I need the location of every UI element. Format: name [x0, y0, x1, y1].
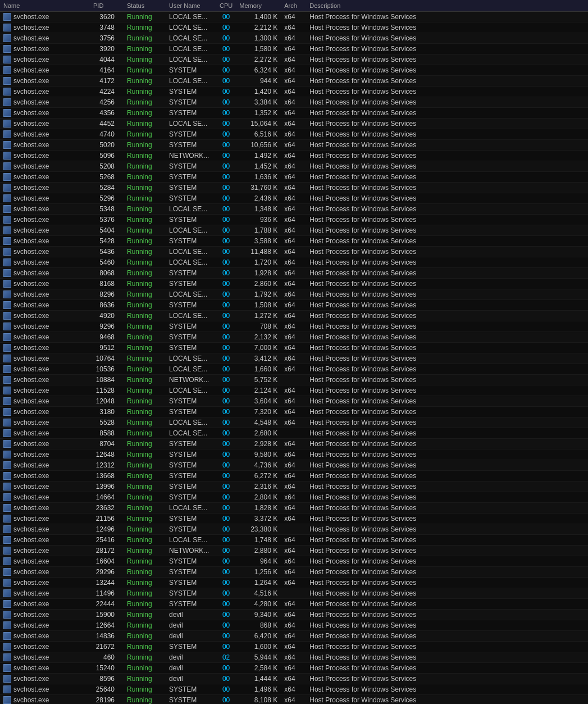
process-arch: x64: [281, 65, 306, 76]
process-cpu: 00: [216, 663, 236, 674]
process-arch: x64: [281, 54, 306, 65]
table-row[interactable]: svchost.exe25416RunningLOCAL SE...001,74…: [0, 535, 588, 546]
process-icon: [3, 248, 11, 256]
process-status: Running: [124, 119, 166, 129]
table-row[interactable]: svchost.exe16604RunningSYSTEM00964 Kx64H…: [0, 556, 588, 567]
col-header-description[interactable]: Description: [306, 0, 588, 12]
table-row[interactable]: svchost.exe5096RunningNETWORK...001,492 …: [0, 151, 588, 161]
process-name-cell: svchost.exe: [0, 54, 90, 65]
table-row[interactable]: svchost.exe14836Runningdevil006,420 Kx64…: [0, 631, 588, 642]
table-row[interactable]: svchost.exe4356RunningSYSTEM001,352 Kx64…: [0, 108, 588, 119]
table-row[interactable]: svchost.exe4224RunningSYSTEM001,420 Kx64…: [0, 87, 588, 97]
process-description: Host Process for Windows Services: [306, 87, 588, 97]
table-row[interactable]: svchost.exe5436RunningLOCAL SE...0011,48…: [0, 247, 588, 257]
process-arch: x64: [281, 449, 306, 460]
process-status: Running: [124, 396, 166, 407]
table-row[interactable]: svchost.exe5296RunningSYSTEM002,436 Kx64…: [0, 193, 588, 204]
table-row[interactable]: svchost.exe25640RunningSYSTEM001,496 Kx6…: [0, 684, 588, 695]
table-row[interactable]: svchost.exe3620RunningLOCAL SE...001,400…: [0, 12, 588, 22]
table-row[interactable]: svchost.exe5376RunningSYSTEM00936 Kx64Ho…: [0, 215, 588, 225]
process-description: Host Process for Windows Services: [306, 514, 588, 524]
process-cpu: 00: [216, 588, 236, 599]
table-row[interactable]: svchost.exe13996RunningSYSTEM002,316 Kx6…: [0, 482, 588, 492]
table-row[interactable]: svchost.exe8596Runningdevil001,444 Kx64H…: [0, 674, 588, 684]
table-row[interactable]: svchost.exe5268RunningSYSTEM001,636 Kx64…: [0, 172, 588, 183]
table-row[interactable]: svchost.exe8296RunningLOCAL SE...001,792…: [0, 289, 588, 300]
table-row[interactable]: svchost.exe5284RunningSYSTEM0031,760 Kx6…: [0, 183, 588, 193]
table-row[interactable]: svchost.exe10536RunningLOCAL SE...001,66…: [0, 364, 588, 375]
table-row[interactable]: svchost.exe4044RunningLOCAL SE...002,272…: [0, 54, 588, 65]
table-row[interactable]: svchost.exe12496RunningSYSTEM0023,380 KH…: [0, 524, 588, 535]
table-row[interactable]: svchost.exe4740RunningSYSTEM006,516 Kx64…: [0, 129, 588, 140]
table-row[interactable]: svchost.exe21672RunningSYSTEM001,600 Kx6…: [0, 642, 588, 652]
col-header-arch[interactable]: Arch: [281, 0, 306, 12]
process-arch: x64: [281, 407, 306, 417]
process-name-cell: svchost.exe: [0, 76, 90, 87]
process-status: Running: [124, 652, 166, 663]
table-row[interactable]: svchost.exe14664RunningSYSTEM002,804 Kx6…: [0, 492, 588, 503]
table-row[interactable]: svchost.exe11496RunningSYSTEM004,516 KHo…: [0, 588, 588, 599]
table-row[interactable]: svchost.exe9296RunningSYSTEM00708 Kx64Ho…: [0, 321, 588, 332]
process-memory: 4,280 K: [236, 599, 281, 610]
table-row[interactable]: svchost.exe23632RunningLOCAL SE...001,82…: [0, 503, 588, 514]
table-row[interactable]: svchost.exe10764RunningLOCAL SE...003,41…: [0, 353, 588, 364]
table-row[interactable]: svchost.exe5528RunningLOCAL SE...004,548…: [0, 417, 588, 428]
table-row[interactable]: svchost.exe8636RunningSYSTEM001,508 Kx64…: [0, 300, 588, 311]
table-row[interactable]: svchost.exe12048RunningSYSTEM003,604 Kx6…: [0, 396, 588, 407]
table-row[interactable]: svchost.exe5348RunningLOCAL SE...001,348…: [0, 204, 588, 215]
col-header-pid[interactable]: PID: [90, 0, 124, 12]
process-memory: 31,760 K: [236, 183, 281, 193]
table-row[interactable]: svchost.exe4256RunningSYSTEM003,384 Kx64…: [0, 97, 588, 108]
process-username: NETWORK...: [166, 375, 216, 385]
process-cpu: 00: [216, 556, 236, 567]
table-row[interactable]: svchost.exe13668RunningSYSTEM006,272 Kx6…: [0, 471, 588, 482]
table-row[interactable]: svchost.exe5208RunningSYSTEM001,452 Kx64…: [0, 161, 588, 172]
col-header-status[interactable]: Status: [124, 0, 166, 12]
table-row[interactable]: svchost.exe10884RunningNETWORK...005,752…: [0, 375, 588, 385]
table-row[interactable]: svchost.exe5428RunningSYSTEM003,588 Kx64…: [0, 236, 588, 247]
table-row[interactable]: svchost.exe15900Runningdevil009,340 Kx64…: [0, 610, 588, 620]
table-row[interactable]: svchost.exe8704RunningSYSTEM002,928 Kx64…: [0, 439, 588, 449]
table-row[interactable]: svchost.exe12648RunningSYSTEM009,580 Kx6…: [0, 449, 588, 460]
table-row[interactable]: svchost.exe28172RunningNETWORK...002,880…: [0, 546, 588, 556]
table-row[interactable]: svchost.exe28196RunningSYSTEM008,108 Kx6…: [0, 695, 588, 705]
table-row[interactable]: svchost.exe4172RunningLOCAL SE...00944 K…: [0, 76, 588, 87]
table-row[interactable]: svchost.exe12664Runningdevil00868 Kx64Ho…: [0, 620, 588, 631]
col-header-memory[interactable]: Memory: [236, 0, 281, 12]
table-row[interactable]: svchost.exe21156RunningSYSTEM003,372 Kx6…: [0, 514, 588, 524]
table-row[interactable]: svchost.exe8168RunningSYSTEM002,860 Kx64…: [0, 279, 588, 289]
table-row[interactable]: svchost.exe5460RunningLOCAL SE...001,720…: [0, 257, 588, 268]
col-header-username[interactable]: User Name: [166, 0, 216, 12]
table-row[interactable]: svchost.exe9512RunningSYSTEM007,000 Kx64…: [0, 343, 588, 353]
process-cpu: 00: [216, 97, 236, 108]
table-row[interactable]: svchost.exe8068RunningSYSTEM001,928 Kx64…: [0, 268, 588, 279]
table-row[interactable]: svchost.exe12312RunningSYSTEM004,736 Kx6…: [0, 460, 588, 471]
table-row[interactable]: svchost.exe5020RunningSYSTEM0010,656 Kx6…: [0, 140, 588, 151]
process-memory: 868 K: [236, 620, 281, 631]
process-pid: 12496: [90, 524, 124, 535]
table-row[interactable]: svchost.exe3180RunningSYSTEM007,320 Kx64…: [0, 407, 588, 417]
table-row[interactable]: svchost.exe15240Runningdevil002,584 Kx64…: [0, 663, 588, 674]
table-row[interactable]: svchost.exe4164RunningSYSTEM006,324 Kx64…: [0, 65, 588, 76]
table-row[interactable]: svchost.exe22444RunningSYSTEM004,280 Kx6…: [0, 599, 588, 610]
table-row[interactable]: svchost.exe5404RunningLOCAL SE...001,788…: [0, 225, 588, 236]
col-header-cpu[interactable]: CPU: [216, 0, 236, 12]
process-arch: x64: [281, 76, 306, 87]
table-row[interactable]: svchost.exe8588RunningLOCAL SE...002,680…: [0, 428, 588, 439]
table-row[interactable]: svchost.exe9468RunningSYSTEM002,132 Kx64…: [0, 332, 588, 343]
table-row[interactable]: svchost.exe13244RunningSYSTEM001,264 Kx6…: [0, 578, 588, 588]
table-row[interactable]: svchost.exe3748RunningLOCAL SE...002,212…: [0, 22, 588, 33]
process-pid: 3920: [90, 44, 124, 54]
col-header-name[interactable]: Name: [0, 0, 90, 12]
process-description: Host Process for Windows Services: [306, 97, 588, 108]
table-row[interactable]: svchost.exe4920RunningLOCAL SE...001,272…: [0, 311, 588, 321]
process-arch: x64: [281, 471, 306, 482]
process-memory: 1,256 K: [236, 567, 281, 578]
table-row[interactable]: svchost.exe4452RunningLOCAL SE...0015,06…: [0, 119, 588, 129]
process-name: svchost.exe: [13, 419, 49, 426]
table-row[interactable]: svchost.exe11528RunningLOCAL SE...002,12…: [0, 385, 588, 396]
table-row[interactable]: svchost.exe29296RunningSYSTEM001,256 Kx6…: [0, 567, 588, 578]
table-row[interactable]: svchost.exe3920RunningLOCAL SE...001,580…: [0, 44, 588, 54]
table-row[interactable]: svchost.exe460Runningdevil025,944 Kx64Ho…: [0, 652, 588, 663]
table-row[interactable]: svchost.exe3756RunningLOCAL SE...001,300…: [0, 33, 588, 44]
